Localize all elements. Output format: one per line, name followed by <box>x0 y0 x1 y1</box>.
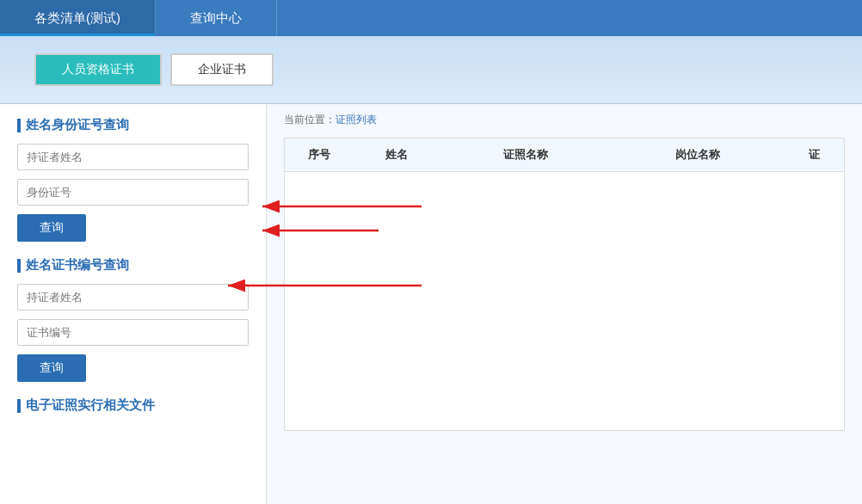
main-content: 姓名身份证号查询 查询 姓名证书编号查询 查询 电子证照实行相关文件 当前位置：… <box>0 104 862 504</box>
section2-query-button[interactable]: 查询 <box>17 354 86 382</box>
cert-number-input[interactable] <box>17 319 249 346</box>
top-nav: 各类清单(测试) 查询中心 <box>0 0 862 36</box>
col-cert-name: 证照名称 <box>440 147 612 163</box>
section2-title: 姓名证书编号查询 <box>17 257 249 274</box>
col-name: 姓名 <box>354 147 440 163</box>
sub-nav: 人员资格证书 企业证书 <box>0 36 862 104</box>
col-extra: 证 <box>784 147 844 163</box>
breadcrumb-path[interactable]: 证照列表 <box>336 114 377 126</box>
nav-item-query[interactable]: 查询中心 <box>156 0 277 36</box>
sub-nav-personnel-cert[interactable]: 人员资格证书 <box>34 53 162 86</box>
col-post-name: 岗位名称 <box>612 147 784 163</box>
sub-nav-enterprise-cert[interactable]: 企业证书 <box>170 53 274 86</box>
nav-item-lists[interactable]: 各类清单(测试) <box>0 0 156 36</box>
name-id-id-input[interactable] <box>17 179 249 206</box>
name-id-name-input[interactable] <box>17 144 249 170</box>
table-area: 序号 姓名 证照名称 岗位名称 证 <box>284 138 845 431</box>
breadcrumb: 当前位置：证照列表 <box>284 113 845 127</box>
breadcrumb-prefix: 当前位置： <box>284 114 336 126</box>
section1-query-button[interactable]: 查询 <box>17 214 86 242</box>
section1-title: 姓名身份证号查询 <box>17 117 249 133</box>
sidebar: 姓名身份证号查询 查询 姓名证书编号查询 查询 电子证照实行相关文件 <box>0 104 267 504</box>
table-header: 序号 姓名 证照名称 岗位名称 证 <box>285 138 844 172</box>
cert-name-input[interactable] <box>17 284 249 310</box>
col-no: 序号 <box>285 147 354 163</box>
table-body <box>285 172 844 430</box>
section3-title: 电子证照实行相关文件 <box>17 397 249 414</box>
right-content: 当前位置：证照列表 序号 姓名 证照名称 岗位名称 证 <box>267 104 862 504</box>
